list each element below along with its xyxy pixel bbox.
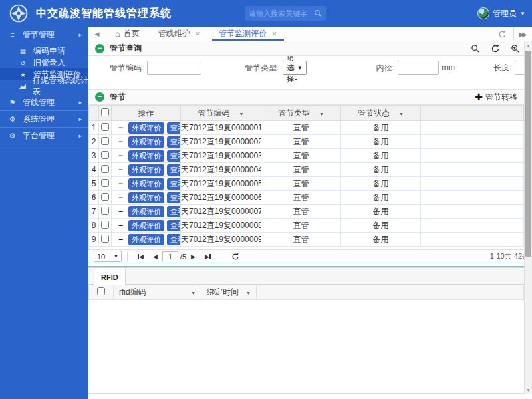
tab-bar-actions: ▶▶ bbox=[491, 27, 532, 41]
sidebar-item-pipe-section-mgmt[interactable]: ≡ 管节管理 ▸ bbox=[0, 27, 88, 43]
last-page-button[interactable]: ▶ bbox=[205, 253, 211, 260]
appearance-eval-button[interactable]: 外观评价 bbox=[128, 192, 164, 203]
refresh-tab-icon[interactable] bbox=[491, 27, 513, 41]
view-button[interactable]: 查看 bbox=[167, 206, 180, 217]
row-checkbox[interactable] bbox=[101, 221, 109, 229]
prev-page-button[interactable]: ◀ bbox=[153, 253, 158, 260]
reload-grid-icon[interactable] bbox=[231, 253, 239, 261]
page-number-input[interactable] bbox=[162, 251, 178, 261]
row-checkbox-cell bbox=[99, 163, 112, 177]
appearance-eval-button[interactable]: 外观评价 bbox=[128, 164, 164, 176]
appearance-eval-button[interactable]: 外观评价 bbox=[128, 122, 164, 134]
sidebar-item-mud-pipe-stats[interactable]: 排泥管动态统计表 bbox=[0, 80, 88, 92]
sort-caret-icon[interactable]: ▼ bbox=[239, 112, 244, 116]
row-checkbox[interactable] bbox=[101, 207, 109, 215]
tab-home[interactable]: ⌂ 首页 bbox=[106, 27, 149, 41]
collapse-row-icon[interactable]: − bbox=[118, 123, 123, 132]
view-button[interactable]: 查看 bbox=[167, 220, 180, 231]
horizontal-splitter[interactable] bbox=[88, 263, 532, 267]
view-button[interactable]: 查看 bbox=[167, 192, 180, 203]
tab-monitor-evaluation[interactable]: 管节监测评价 ✕ bbox=[209, 27, 286, 41]
collapse-panel-icon[interactable]: − bbox=[95, 92, 104, 102]
collapse-row-icon[interactable]: − bbox=[118, 165, 123, 174]
collapse-row-icon[interactable]: − bbox=[118, 221, 123, 230]
row-checkbox[interactable] bbox=[101, 235, 109, 243]
view-button[interactable]: 查看 bbox=[167, 234, 180, 245]
sort-caret-icon[interactable]: ▼ bbox=[399, 112, 404, 116]
collapse-row-icon[interactable]: − bbox=[118, 235, 123, 244]
rfid-col-header-code[interactable]: rfid编码▼ bbox=[114, 285, 201, 300]
sort-caret-icon[interactable]: ▼ bbox=[191, 291, 196, 295]
tab-pipeline-maintenance[interactable]: 管线维护 ✕ bbox=[149, 27, 209, 41]
search-icon[interactable] bbox=[314, 9, 322, 17]
sidebar-item-system-mgmt[interactable]: ⚙ 系统管理 ▸ bbox=[0, 111, 88, 128]
zoom-in-icon[interactable] bbox=[511, 44, 520, 53]
type-select[interactable]: ---请选择--- ▼ bbox=[283, 61, 307, 75]
vertical-scrollbar[interactable]: ▲ ▼ bbox=[524, 41, 532, 394]
close-icon[interactable]: ✕ bbox=[271, 30, 277, 37]
tab-label: 管节监测评价 bbox=[219, 28, 267, 39]
col-header-status[interactable]: 管节状态▼ bbox=[341, 106, 421, 121]
collapse-row-icon[interactable]: − bbox=[118, 207, 123, 216]
sort-caret-icon[interactable]: ▼ bbox=[319, 112, 324, 116]
user-name: 管理员 bbox=[493, 8, 517, 19]
view-button[interactable]: 查看 bbox=[167, 178, 180, 190]
scroll-down-icon[interactable]: ▼ bbox=[525, 386, 532, 394]
row-checkbox[interactable] bbox=[101, 151, 109, 159]
collapse-row-icon[interactable]: − bbox=[118, 137, 123, 146]
row-checkbox[interactable] bbox=[101, 123, 109, 131]
code-field-input[interactable] bbox=[147, 61, 201, 75]
table-row: 3 −外观评价查看 天7012直19复0000003 直管 备用 bbox=[89, 149, 524, 163]
gear-icon: ⚙ bbox=[8, 115, 17, 124]
sidebar-item-code-apply[interactable]: ▦ 编码申请 bbox=[0, 45, 88, 57]
appearance-eval-button[interactable]: 外观评价 bbox=[128, 234, 164, 245]
collapse-row-icon[interactable]: − bbox=[118, 193, 123, 202]
scrollbar-thumb[interactable] bbox=[525, 51, 531, 257]
rfid-select-all-checkbox[interactable] bbox=[97, 287, 105, 295]
col-header-code[interactable]: 管节编码▼ bbox=[181, 106, 261, 121]
tab-scroll-left-icon[interactable]: ◀ bbox=[88, 27, 106, 41]
appearance-eval-button[interactable]: 外观评价 bbox=[128, 136, 164, 148]
diameter-field-input[interactable] bbox=[398, 61, 439, 75]
next-page-button[interactable]: ▶ bbox=[191, 253, 196, 260]
rfid-col-header-time[interactable]: 绑定时间▼ bbox=[201, 285, 257, 300]
total-pages-label: /5 bbox=[180, 253, 186, 261]
reset-refresh-icon[interactable] bbox=[491, 44, 500, 53]
collapse-row-icon[interactable]: − bbox=[118, 179, 123, 188]
appearance-eval-button[interactable]: 外观评价 bbox=[128, 206, 164, 217]
select-all-checkbox[interactable] bbox=[101, 108, 109, 116]
scroll-up-icon[interactable]: ▲ bbox=[525, 41, 532, 49]
view-button[interactable]: 查看 bbox=[167, 164, 180, 176]
sort-caret-icon[interactable]: ▼ bbox=[246, 291, 251, 295]
appearance-eval-button[interactable]: 外观评价 bbox=[128, 178, 164, 190]
transfer-button[interactable]: ✚ 管节转移 bbox=[475, 92, 517, 103]
global-search-input[interactable] bbox=[249, 9, 314, 17]
collapse-row-icon[interactable]: − bbox=[118, 151, 123, 160]
close-icon[interactable]: ✕ bbox=[195, 30, 200, 37]
more-tabs-icon[interactable]: ▶▶ bbox=[513, 27, 532, 41]
tab-rfid[interactable]: RFID bbox=[94, 269, 126, 285]
view-button[interactable]: 查看 bbox=[167, 122, 180, 134]
first-page-button[interactable]: ◀ bbox=[138, 253, 144, 260]
appearance-eval-button[interactable]: 外观评价 bbox=[128, 220, 164, 231]
sidebar-item-pipeline-mgmt[interactable]: ⚑ 管线管理 ▸ bbox=[0, 94, 88, 111]
view-button[interactable]: 查看 bbox=[167, 150, 180, 162]
view-button[interactable]: 查看 bbox=[167, 136, 180, 148]
sidebar-nav: ≡ 管节管理 ▸ ▦ 编码申请 ↺ 旧管录入 ★ 管节监测评价 排泥管动态统计表 bbox=[0, 27, 88, 399]
sidebar-item-platform-mgmt[interactable]: ⚙ 平台管理 ▸ bbox=[0, 128, 88, 144]
row-checkbox-cell bbox=[99, 135, 112, 149]
appearance-eval-button[interactable]: 外观评价 bbox=[128, 150, 164, 162]
page-size-select[interactable]: 10 ▼ bbox=[94, 251, 122, 262]
row-index: 3 bbox=[89, 149, 99, 163]
sidebar-item-old-pipe-entry[interactable]: ↺ 旧管录入 bbox=[0, 57, 88, 68]
user-menu[interactable]: 管理员 ▼ bbox=[477, 0, 525, 27]
row-checkbox[interactable] bbox=[101, 179, 109, 187]
col-header-type[interactable]: 管节类型▼ bbox=[261, 106, 341, 121]
grid-panel-title: 管节 bbox=[110, 92, 126, 103]
search-icon[interactable] bbox=[471, 44, 480, 53]
row-checkbox[interactable] bbox=[101, 165, 109, 173]
panel-gap bbox=[88, 80, 532, 89]
row-checkbox[interactable] bbox=[101, 193, 109, 201]
collapse-panel-icon[interactable]: − bbox=[95, 44, 104, 53]
row-checkbox[interactable] bbox=[101, 137, 109, 145]
